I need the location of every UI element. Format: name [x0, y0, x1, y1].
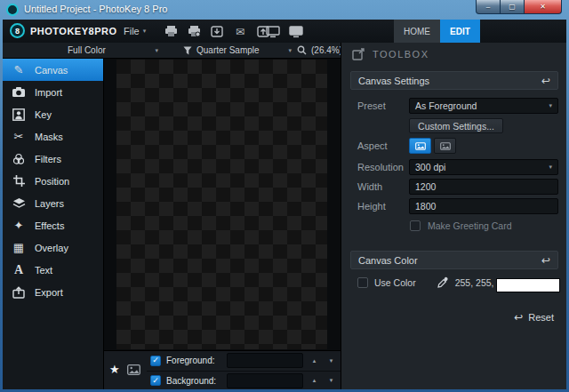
- collapse-arrow-icon[interactable]: ↩: [541, 254, 550, 267]
- use-color-checkbox[interactable]: [357, 277, 368, 288]
- width-label: Width: [357, 181, 382, 192]
- chevron-down-icon: ▾: [155, 47, 158, 54]
- reset-button[interactable]: ↩ Reset: [514, 311, 554, 324]
- view-toolbar: Full Color ▾ Quarter Sample ▾ (26.4%) ▾: [3, 43, 341, 59]
- monitor-icon[interactable]: [265, 25, 281, 38]
- preset-label: Preset: [357, 100, 386, 111]
- close-button[interactable]: ✕: [525, 0, 562, 14]
- height-label: Height: [357, 201, 386, 212]
- spin-down-button[interactable]: ▾: [325, 355, 337, 367]
- greeting-card-label: Make Greeting Card: [428, 220, 512, 231]
- file-menu[interactable]: File ▾: [124, 26, 146, 36]
- sidebar-item-label: Overlay: [35, 243, 68, 253]
- sidebar-item-masks[interactable]: ✂ Masks: [3, 125, 103, 148]
- print-preview-icon[interactable]: [186, 25, 202, 38]
- aspect-landscape-button[interactable]: [434, 138, 456, 154]
- sidebar-item-label: Text: [35, 265, 52, 276]
- sidebar-item-label: Position: [35, 176, 69, 187]
- color-mode-dropdown[interactable]: Full Color ▾: [63, 44, 163, 57]
- spin-up-button[interactable]: ▴: [309, 374, 320, 387]
- canvas-viewport[interactable]: [116, 60, 327, 349]
- camera-icon: [11, 85, 27, 100]
- logo-text: PHOTOKEY8PRO: [30, 26, 117, 36]
- sidebar-item-canvas[interactable]: ✎ Canvas: [3, 59, 103, 81]
- spin-up-button[interactable]: ▴: [309, 355, 320, 367]
- foreground-row: ✓ Foreground: ▴ ▾: [147, 351, 341, 371]
- window-controls: – ▢ ✕: [476, 0, 562, 14]
- brush-icon: ✎: [11, 63, 27, 77]
- eyedropper-icon[interactable]: [437, 276, 449, 289]
- crop-icon: [11, 174, 27, 188]
- background-visibility-checkbox[interactable]: ✓: [150, 375, 161, 386]
- layers-bar: ★ ✓ Foreground: ▴ ▾ ✓ Background: ▴ ▾: [104, 350, 341, 389]
- sidebar-item-export[interactable]: Export: [3, 281, 103, 303]
- foreground-visibility-checkbox[interactable]: ✓: [150, 356, 161, 366]
- chevron-down-icon: ▾: [549, 164, 552, 171]
- tab-home[interactable]: HOME: [394, 20, 440, 43]
- toolbox-title: TOOLBOX: [373, 49, 429, 60]
- menubar-display-group: [265, 25, 304, 38]
- canvas-settings-title: Canvas Settings: [358, 76, 429, 86]
- photokey-window: – Untitled Project - PhotoKey 8 Pro – ▢ …: [0, 0, 569, 392]
- tab-edit[interactable]: EDIT: [440, 20, 480, 43]
- sidebar-item-overlay[interactable]: ▦ Overlay: [3, 236, 103, 259]
- sidebar-item-key[interactable]: Key: [3, 103, 103, 125]
- height-field[interactable]: 1800: [409, 198, 558, 214]
- toolbox-header: TOOLBOX: [352, 48, 429, 60]
- canvas-color-header[interactable]: Canvas Color ↩: [350, 251, 558, 269]
- preset-dropdown[interactable]: As Foreground ▾: [409, 98, 558, 114]
- sidebar-item-label: Masks: [35, 132, 63, 142]
- canvas-color-title: Canvas Color: [358, 255, 418, 266]
- scissors-icon: ✂: [11, 130, 27, 144]
- collapse-arrow-icon[interactable]: ↩: [541, 75, 550, 87]
- sidebar-item-filters[interactable]: Filters: [3, 148, 103, 170]
- foreground-source-dropdown[interactable]: [227, 353, 303, 368]
- custom-settings-label: Custom Settings...: [418, 121, 494, 132]
- sidebar-item-label: Filters: [35, 154, 61, 164]
- canvas-settings-header[interactable]: Canvas Settings ↩: [350, 71, 558, 90]
- sidebar-item-position[interactable]: Position: [3, 170, 103, 192]
- zoom-dropdown[interactable]: (26.4%) ▾: [293, 44, 348, 57]
- color-swatch[interactable]: [496, 278, 560, 292]
- menubar: 8 PHOTOKEY8PRO File ▾ ✉: [3, 20, 566, 44]
- toolbox-panel: TOOLBOX Canvas Settings ↩ Preset As Fore…: [341, 43, 566, 389]
- logo-badge-icon: 8: [10, 23, 25, 38]
- preset-value: As Foreground: [415, 100, 477, 111]
- maximize-button[interactable]: ▢: [501, 0, 525, 14]
- canvas-workspace: [104, 59, 341, 350]
- favorite-star-icon[interactable]: ★: [109, 364, 120, 375]
- width-field[interactable]: 1200: [409, 179, 558, 195]
- sample-mode-dropdown[interactable]: Quarter Sample ▾: [179, 44, 296, 57]
- chevron-down-icon: ▾: [549, 102, 552, 109]
- sample-mode-label: Quarter Sample: [196, 45, 260, 55]
- sidebar: ✎ Canvas Import Key ✂ Masks Filters Po: [3, 59, 104, 389]
- sidebar-item-import[interactable]: Import: [3, 81, 103, 103]
- app-icon: –: [6, 4, 19, 16]
- aspect-portrait-button[interactable]: [409, 138, 431, 154]
- use-color-label: Use Color: [374, 277, 416, 288]
- toolbox-panel-icon: [352, 48, 365, 60]
- custom-settings-button[interactable]: Custom Settings...: [409, 118, 503, 133]
- mode-tabs: HOME EDIT: [394, 20, 480, 43]
- greeting-card-checkbox[interactable]: [410, 220, 421, 231]
- spin-down-button[interactable]: ▾: [325, 374, 337, 387]
- sidebar-item-layers[interactable]: Layers: [3, 192, 103, 214]
- resolution-dropdown[interactable]: 300 dpi ▾: [409, 159, 558, 175]
- background-source-dropdown[interactable]: [227, 373, 303, 388]
- monitor-preview-icon[interactable]: [288, 25, 304, 38]
- portrait-icon: [11, 108, 27, 122]
- titlebar[interactable]: – Untitled Project - PhotoKey 8 Pro – ▢ …: [0, 0, 569, 20]
- window-title: Untitled Project - PhotoKey 8 Pro: [24, 4, 167, 14]
- sidebar-item-effects[interactable]: ✦ Effects: [3, 214, 103, 236]
- minimize-button[interactable]: –: [476, 0, 501, 14]
- height-value: 1800: [415, 201, 436, 212]
- email-icon[interactable]: ✉: [232, 25, 248, 38]
- filter-icon: [183, 46, 192, 55]
- sidebar-item-text[interactable]: A Text: [3, 259, 103, 281]
- import-project-icon[interactable]: [209, 25, 225, 38]
- resolution-value: 300 dpi: [415, 162, 445, 172]
- aspect-label: Aspect: [357, 140, 388, 151]
- print-icon[interactable]: [163, 25, 179, 38]
- layers-icon: [11, 196, 27, 211]
- thumbnail-icon[interactable]: [127, 364, 140, 375]
